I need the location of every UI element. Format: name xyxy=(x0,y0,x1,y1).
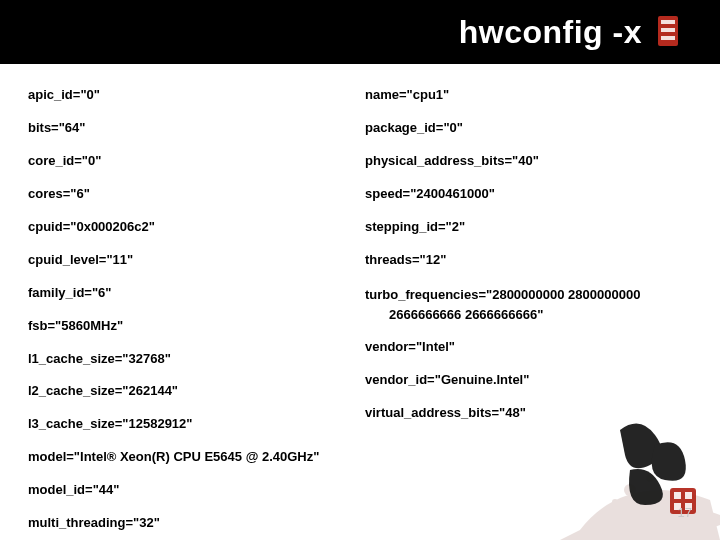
attribute-row: family_id="6" xyxy=(28,280,355,313)
attribute-row: model_id="44" xyxy=(28,477,355,510)
right-column: name="cpu1"package_id="0"physical_addres… xyxy=(365,82,692,522)
attribute-row: stepping_id="2" xyxy=(365,214,692,247)
seal-stamp-icon xyxy=(656,14,680,50)
attribute-text: family_id="6" xyxy=(28,285,112,300)
attribute-row: vendor="Intel" xyxy=(365,334,692,367)
attribute-row: apic_id="0" xyxy=(28,82,355,115)
left-column: apic_id="0"bits="64"core_id="0"cores="6"… xyxy=(28,82,355,522)
attribute-text: model="Intel® Xeon(R) CPU E5645 @ 2.40GH… xyxy=(28,449,319,464)
attribute-text: model_id="44" xyxy=(28,482,119,497)
attribute-text: fsb="5860MHz" xyxy=(28,318,123,333)
attribute-row: cpuid="0x000206c2" xyxy=(28,214,355,247)
attribute-row: cpuid_level="11" xyxy=(28,247,355,280)
content-area: apic_id="0"bits="64"core_id="0"cores="6"… xyxy=(28,82,692,522)
svg-rect-3 xyxy=(661,36,675,40)
attribute-text: bits="64" xyxy=(28,120,86,135)
attribute-row: l1_cache_size="32768" xyxy=(28,346,355,379)
svg-rect-1 xyxy=(661,20,675,24)
attribute-text: apic_id="0" xyxy=(28,87,100,102)
attribute-text: cpuid_level="11" xyxy=(28,252,133,267)
attribute-text: package_id="0" xyxy=(365,120,463,135)
attribute-text: l2_cache_size="262144" xyxy=(28,383,178,398)
attribute-row: l3_cache_size="12582912" xyxy=(28,411,355,444)
attribute-row: model="Intel® Xeon(R) CPU E5645 @ 2.40GH… xyxy=(28,444,355,477)
attribute-row: cores="6" xyxy=(28,181,355,214)
attribute-text: threads="12" xyxy=(365,252,446,267)
attribute-text: cores="6" xyxy=(28,186,90,201)
page-title: hwconfig -x xyxy=(459,14,642,51)
title-bar: hwconfig -x xyxy=(0,0,720,64)
attribute-text: vendor="Intel" xyxy=(365,339,455,354)
slide: hwconfig -x apic_id="0"bits="64"core_id=… xyxy=(0,0,720,540)
attribute-row: name="cpu1" xyxy=(365,82,692,115)
attribute-row: fsb="5860MHz" xyxy=(28,313,355,346)
attribute-row: core_id="0" xyxy=(28,148,355,181)
attribute-row: l2_cache_size="262144" xyxy=(28,378,355,411)
attribute-row: speed="2400461000" xyxy=(365,181,692,214)
attribute-text: cpuid="0x000206c2" xyxy=(28,219,155,234)
attribute-text: vendor_id="Genuine.Intel" xyxy=(365,372,529,387)
attribute-row: threads="12" xyxy=(365,247,692,280)
svg-rect-2 xyxy=(661,28,675,32)
attribute-text: core_id="0" xyxy=(28,153,101,168)
attribute-row: virtual_address_bits="48" xyxy=(365,400,692,433)
attribute-text: l3_cache_size="12582912" xyxy=(28,416,193,431)
attribute-text: stepping_id="2" xyxy=(365,219,465,234)
attribute-row: bits="64" xyxy=(28,115,355,148)
attribute-row: vendor_id="Genuine.Intel" xyxy=(365,367,692,400)
attribute-text: virtual_address_bits="48" xyxy=(365,405,526,420)
attribute-text: speed="2400461000" xyxy=(365,186,495,201)
attribute-row-turbo-line1: turbo_frequencies="2800000000 2800000000 xyxy=(365,280,692,306)
attribute-text: multi_threading="32" xyxy=(28,515,160,530)
attribute-row: package_id="0" xyxy=(365,115,692,148)
attribute-row: multi_threading="32" xyxy=(28,510,355,540)
attribute-text: name="cpu1" xyxy=(365,87,449,102)
attribute-text: physical_address_bits="40" xyxy=(365,153,539,168)
attribute-text: l1_cache_size="32768" xyxy=(28,351,171,366)
attribute-row: physical_address_bits="40" xyxy=(365,148,692,181)
attribute-row-turbo-line2: 2666666666 2666666666" xyxy=(365,306,692,334)
page-number: 17 xyxy=(678,505,692,520)
